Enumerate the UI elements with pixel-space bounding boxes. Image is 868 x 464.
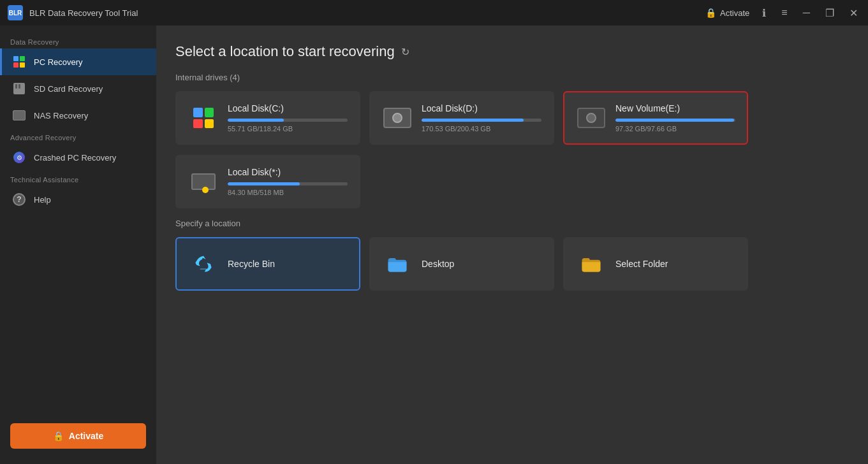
page-title: Select a location to start recovering [175, 43, 395, 60]
drive-card-c[interactable]: Local Disk(C:) 55.71 GB/118.24 GB [175, 91, 360, 145]
close-button[interactable]: ✕ [847, 6, 860, 20]
svg-rect-0 [200, 268, 207, 270]
drive-size: 84.30 MB/518 MB [228, 189, 348, 196]
lock-icon: 🔒 [705, 8, 716, 18]
drive-info-d: Local Disk(D:) 170.53 GB/200.43 GB [422, 103, 541, 133]
lock-icon-btn: 🔒 [53, 431, 64, 441]
drive-info-e: New Volume(E:) 97.32 GB/97.66 GB [615, 103, 735, 133]
drive-info-c: Local Disk(C:) 55.71 GB/118.24 GB [228, 103, 348, 133]
info-button[interactable]: ℹ [760, 6, 769, 20]
menu-button[interactable]: ≡ [779, 6, 790, 20]
drive-card-d[interactable]: Local Disk(D:) 170.53 GB/200.43 GB [369, 91, 554, 145]
sidebar-item-help[interactable]: ? Help [0, 186, 156, 213]
hdd-drive-icon [382, 103, 413, 133]
pc-recovery-icon [12, 55, 26, 69]
sidebar-item-label: NAS Recovery [34, 111, 88, 120]
crashed-pc-icon: ⚙ [12, 150, 26, 164]
specify-location-label: Specify a location [175, 219, 849, 228]
internal-drives-label: Internal drives (4) [175, 73, 849, 82]
sidebar-item-label: Crashed PC Recovery [34, 153, 116, 163]
drive-progress-fill [228, 119, 284, 122]
drive-name: Local Disk(C:) [228, 103, 348, 113]
drive-progress-bar [422, 119, 541, 122]
sidebar-item-label: PC Recovery [34, 57, 83, 67]
minimize-button[interactable]: ─ [800, 6, 813, 20]
refresh-icon[interactable]: ↻ [401, 46, 409, 58]
location-card-select-folder[interactable]: Select Folder [563, 237, 748, 291]
location-card-desktop[interactable]: Desktop [369, 237, 554, 291]
activate-titlebar-btn[interactable]: 🔒 Activate [705, 8, 749, 18]
app-title: BLR Data Recovery Tool Trial [29, 8, 705, 18]
advanced-recovery-section-label: Advanced Recovery [0, 129, 156, 144]
drive-size: 55.71 GB/118.24 GB [228, 125, 348, 133]
nas-icon [12, 108, 26, 122]
sidebar-item-label: SD Card Recovery [34, 84, 103, 94]
technical-assistance-section-label: Technical Assistance [0, 171, 156, 186]
drive-card-e[interactable]: New Volume(E:) 97.32 GB/97.66 GB [563, 91, 748, 145]
drive-progress-fill [422, 119, 524, 122]
location-card-recycle-bin[interactable]: Recycle Bin [175, 237, 360, 291]
titlebar: BLR BLR Data Recovery Tool Trial 🔒 Activ… [0, 0, 868, 25]
drive-card-star[interactable]: Local Disk(*:) 84.30 MB/518 MB [175, 155, 360, 208]
drive-progress-bar [615, 119, 735, 122]
location-name: Desktop [422, 259, 454, 269]
sidebar-bottom: 🔒 Activate [0, 416, 156, 456]
activate-button[interactable]: 🔒 Activate [10, 423, 146, 449]
restore-button[interactable]: ❐ [823, 6, 837, 20]
data-recovery-section-label: Data Recovery [0, 33, 156, 48]
drive-progress-fill [615, 119, 734, 122]
drive-name: New Volume(E:) [615, 103, 735, 113]
recycle-bin-icon [188, 249, 219, 279]
content-area: Select a location to start recovering ↻ … [156, 25, 868, 464]
titlebar-controls: 🔒 Activate ℹ ≡ ─ ❐ ✕ [705, 6, 860, 20]
drives-grid-row2: Local Disk(*:) 84.30 MB/518 MB [175, 155, 849, 208]
location-name: Recycle Bin [228, 259, 275, 269]
drive-size: 97.32 GB/97.66 GB [615, 125, 735, 133]
drive-size: 170.53 GB/200.43 GB [422, 125, 541, 133]
sd-card-icon [12, 82, 26, 96]
select-folder-icon [576, 249, 607, 279]
drive-progress-fill [228, 182, 300, 185]
sidebar-item-sd-recovery[interactable]: SD Card Recovery [0, 75, 156, 102]
sidebar-item-nas-recovery[interactable]: NAS Recovery [0, 102, 156, 129]
drives-grid-row1: Local Disk(C:) 55.71 GB/118.24 GB Local … [175, 91, 849, 145]
drive-progress-bar [228, 182, 348, 185]
app-logo: BLR [8, 5, 23, 20]
sidebar: Data Recovery PC Recovery SD Card Recove… [0, 25, 156, 464]
usb-drive-icon [188, 166, 219, 197]
sidebar-item-label: Help [34, 195, 51, 205]
windows-drive-icon [188, 103, 219, 133]
hdd-dark-drive-icon [576, 103, 607, 133]
drive-name: Local Disk(*:) [228, 167, 348, 177]
sidebar-item-pc-recovery[interactable]: PC Recovery [0, 48, 156, 75]
desktop-folder-icon [382, 249, 413, 279]
page-header: Select a location to start recovering ↻ [175, 43, 849, 60]
help-icon: ? [12, 192, 26, 207]
drive-name: Local Disk(D:) [422, 103, 541, 113]
location-name: Select Folder [615, 259, 668, 269]
location-grid: Recycle Bin Desktop [175, 237, 849, 291]
sidebar-item-crashed-pc[interactable]: ⚙ Crashed PC Recovery [0, 144, 156, 171]
main-layout: Data Recovery PC Recovery SD Card Recove… [0, 25, 868, 464]
location-section: Specify a location Recycl [175, 219, 849, 291]
drive-progress-bar [228, 119, 348, 122]
drive-info-star: Local Disk(*:) 84.30 MB/518 MB [228, 167, 348, 196]
